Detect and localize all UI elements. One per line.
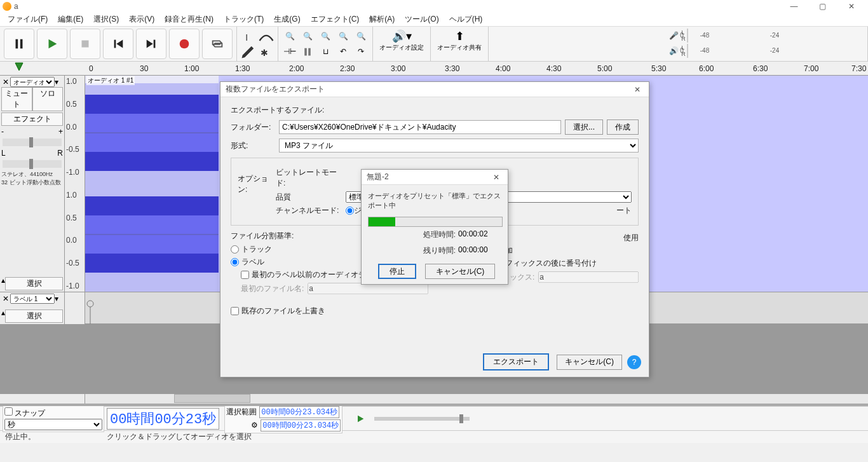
effect-button[interactable]: エフェクト: [1, 112, 63, 126]
folder-create-button[interactable]: 作成: [607, 119, 639, 135]
clip-title[interactable]: オーディオ 1 #1: [86, 76, 135, 85]
app-logo-icon: [3, 2, 11, 11]
undo-icon[interactable]: ↶: [334, 44, 352, 59]
play-button[interactable]: [37, 29, 67, 59]
selection-tool-icon[interactable]: I: [240, 29, 257, 44]
channel-joint-radio[interactable]: [346, 207, 354, 215]
share-audio-icon[interactable]: ⬆: [455, 29, 465, 43]
bottom-toolbar: スナップ 秒 00時間00分23秒 選択範囲00時間00分23.034秒 ⚙00…: [0, 406, 868, 430]
menu-file[interactable]: ファイル(F): [3, 13, 53, 26]
export-dialog-close-icon[interactable]: ✕: [631, 85, 644, 94]
menu-tracks[interactable]: トラック(T): [219, 13, 269, 26]
pan-slider[interactable]: [3, 160, 62, 168]
track-close-icon[interactable]: ✕: [1, 78, 10, 86]
menu-select[interactable]: 選択(S): [88, 13, 124, 26]
svg-text:✱: ✱: [261, 48, 268, 58]
track-info-rate: ステレオ、44100Hz: [1, 170, 63, 179]
export-dialog-title: 複数ファイルをエクスポート: [226, 84, 631, 95]
track-menu-icon[interactable]: ▾: [55, 78, 58, 86]
playhead-icon[interactable]: [14, 62, 24, 74]
zoom-toggle-icon[interactable]: 🔍: [352, 29, 370, 44]
folder-input[interactable]: [279, 120, 561, 134]
skip-start-button[interactable]: [103, 29, 133, 59]
elapsed-value: 00:00:02: [456, 229, 500, 240]
bitrate-label: ビットレートモード:: [276, 167, 346, 189]
multi-tool-icon[interactable]: ✱: [257, 44, 275, 59]
pause-button[interactable]: [4, 29, 34, 59]
selection-end[interactable]: 00時間00分23.034秒: [261, 419, 341, 431]
snap-unit-select[interactable]: 秒: [4, 419, 102, 430]
split-track-radio[interactable]: [231, 245, 239, 254]
fit-project-icon[interactable]: 🔍: [334, 29, 352, 44]
menu-tools[interactable]: ツール(O): [400, 13, 444, 26]
menu-analyze[interactable]: 解析(A): [364, 13, 400, 26]
minimize-button[interactable]: —: [780, 0, 808, 13]
audio-setup-label[interactable]: オーディオ設定: [379, 43, 424, 52]
audio-setup-icon[interactable]: 🔊▾: [392, 29, 412, 43]
share-audio-label[interactable]: オーディオ共有: [437, 43, 482, 52]
prefix-input: [538, 271, 639, 283]
close-button[interactable]: ✕: [837, 0, 865, 13]
horizontal-scrollbar[interactable]: [0, 393, 868, 404]
svg-rect-3: [82, 41, 89, 48]
folder-select-button[interactable]: 選択...: [565, 119, 603, 135]
time-display[interactable]: 00時間00分23秒: [107, 408, 219, 430]
menu-generate[interactable]: 生成(G): [269, 13, 305, 26]
menu-transport[interactable]: 録音と再生(N): [159, 13, 219, 26]
silence-icon[interactable]: ∥∥: [299, 44, 316, 59]
help-icon[interactable]: ?: [627, 355, 641, 369]
export-cancel-button[interactable]: キャンセル(C): [557, 355, 622, 370]
menu-view[interactable]: 表示(V): [124, 13, 159, 26]
gap-icon[interactable]: ⊔: [316, 44, 334, 59]
progress-cancel-button[interactable]: キャンセル(C): [425, 264, 496, 279]
label-menu-icon[interactable]: ▾: [55, 294, 58, 303]
progress-stop-button[interactable]: 停止: [378, 264, 416, 279]
play-at-speed-button[interactable]: [351, 411, 369, 426]
format-label: 形式:: [231, 140, 279, 151]
label-name-dropdown[interactable]: ラベル 1: [10, 294, 55, 304]
playback-meter[interactable]: -48 -24 0: [687, 44, 688, 58]
selection-start[interactable]: 00時間00分23.034秒: [259, 406, 339, 418]
channel-label: チャンネルモード:: [276, 205, 346, 216]
format-select[interactable]: MP3 ファイル: [279, 139, 639, 153]
title-bar: a — ▢ ✕: [0, 0, 868, 13]
solo-button[interactable]: ソロ: [32, 87, 64, 111]
skip-end-button[interactable]: [136, 29, 166, 59]
include-before-checkbox[interactable]: [241, 271, 249, 279]
menu-effect[interactable]: エフェクト(C): [306, 13, 365, 26]
label-select-button[interactable]: 選択: [5, 309, 63, 323]
elapsed-label: 処理時間:: [369, 229, 456, 240]
menu-help[interactable]: ヘルプ(H): [444, 13, 488, 26]
zoom-in-icon[interactable]: 🔍: [281, 29, 299, 44]
snap-box: スナップ 秒: [3, 405, 104, 432]
split-label-radio[interactable]: [231, 258, 239, 266]
zoom-out-icon[interactable]: 🔍: [299, 29, 316, 44]
draw-tool-icon[interactable]: [240, 44, 257, 59]
progress-close-icon[interactable]: ✕: [490, 173, 503, 182]
fit-selection-icon[interactable]: 🔍: [316, 29, 334, 44]
maximize-button[interactable]: ▢: [808, 0, 837, 13]
loop-button[interactable]: [202, 29, 233, 59]
record-button[interactable]: [169, 29, 200, 59]
envelope-tool-icon[interactable]: [257, 29, 275, 44]
recording-meter[interactable]: -48 -24 0: [687, 29, 688, 43]
track-select-button[interactable]: 選択: [5, 277, 63, 290]
svg-text:I: I: [245, 32, 248, 43]
svg-marker-11: [15, 63, 23, 71]
mute-button[interactable]: ミュート: [1, 87, 32, 111]
timeline-ruler[interactable]: 0 30 1:00 1:30 2:00 2:30 3:00 3:30 4:00 …: [0, 62, 868, 76]
status-bar: 停止中。 クリック＆ドラッグしてオーディオを選択: [0, 430, 868, 443]
scrollbar-thumb[interactable]: [174, 394, 250, 403]
snap-checkbox[interactable]: [4, 407, 13, 416]
gain-slider[interactable]: [3, 139, 62, 146]
trim-icon[interactable]: ⊣⊢: [281, 44, 299, 59]
label-close-icon[interactable]: ✕: [1, 294, 10, 303]
playback-speed-slider[interactable]: [374, 417, 470, 421]
stop-button[interactable]: [70, 29, 100, 59]
gear-icon[interactable]: ⚙: [226, 421, 258, 430]
overwrite-checkbox[interactable]: [231, 307, 239, 315]
track-name-dropdown[interactable]: オーディオ 1: [10, 77, 55, 87]
export-button[interactable]: エクスポート: [483, 353, 549, 370]
redo-icon[interactable]: ↷: [352, 44, 370, 59]
menu-edit[interactable]: 編集(E): [53, 13, 88, 26]
